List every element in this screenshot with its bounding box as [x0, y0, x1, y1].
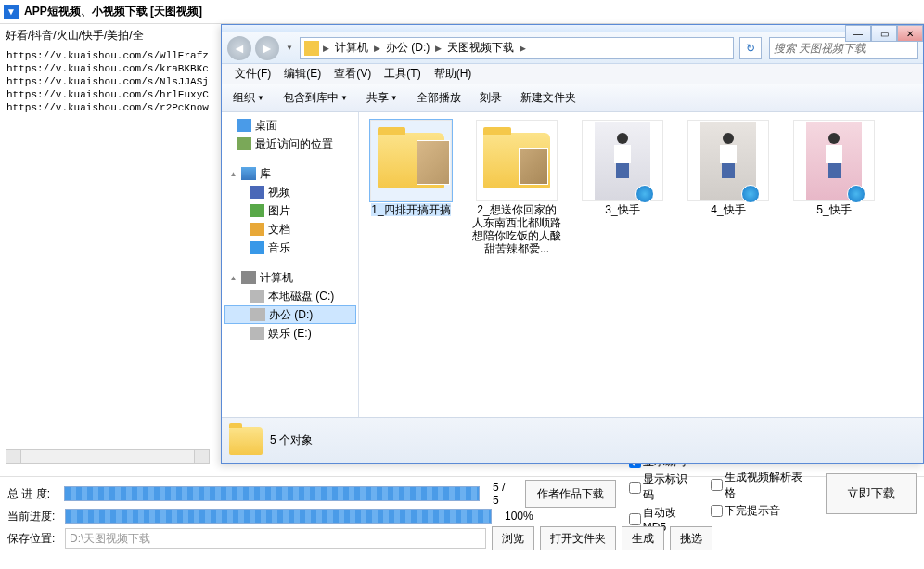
scrollbar-horizontal[interactable]: [6, 449, 210, 464]
total-progress-label: 总 进 度:: [7, 486, 58, 502]
toolbar-share[interactable]: 共享▼: [363, 88, 402, 108]
folder-icon: [229, 427, 263, 455]
tree-videos[interactable]: 视频: [222, 183, 358, 201]
current-progress-bar: [65, 509, 492, 524]
tree-libraries[interactable]: ▲库: [222, 164, 358, 183]
total-progress-bar: [64, 486, 480, 501]
chevron-right-icon[interactable]: ▶: [372, 44, 382, 53]
tree-desktop[interactable]: 桌面: [222, 116, 358, 135]
save-location-input[interactable]: [65, 528, 486, 549]
tree-drive-c[interactable]: 本地磁盘 (C:): [222, 287, 358, 305]
menu-view[interactable]: 查看(V): [328, 64, 377, 84]
folder-icon: [304, 41, 319, 56]
file-item-video-5[interactable]: 5_快手: [789, 120, 879, 216]
save-location-label: 保存位置:: [7, 531, 59, 547]
app-title: APP短视频、小视频下载 [天图视频]: [24, 4, 202, 19]
explorer-nav: ◄ ► ▼ ▶ 计算机 ▶ 办公 (D:) ▶ 天图视频下载 ▶ ↻: [222, 32, 923, 64]
maximize-button[interactable]: ▭: [871, 25, 897, 42]
open-folder-button[interactable]: 打开文件夹: [540, 526, 616, 550]
generate-button[interactable]: 生成: [622, 526, 664, 550]
tree-computer[interactable]: ▲计算机: [222, 268, 358, 287]
toolbar-playall[interactable]: 全部播放: [413, 88, 465, 108]
history-dropdown[interactable]: ▼: [283, 39, 296, 58]
toolbar-burn[interactable]: 刻录: [476, 88, 506, 108]
author-download-button[interactable]: 作者作品下载: [525, 480, 616, 508]
tree-drive-e[interactable]: 娱乐 (E:): [222, 324, 358, 343]
refresh-button[interactable]: ↻: [739, 37, 762, 59]
explorer-content[interactable]: 1_四排开搞开搞 2_想送你回家的人东南西北都顺路想陪你吃饭的人酸甜苦辣都爱..…: [359, 112, 923, 463]
explorer-toolbar: 组织▼ 包含到库中▼ 共享▼ 全部播放 刻录 新建文件夹: [222, 84, 923, 112]
url-textarea[interactable]: https://v.kuaishou.com/s/WllErafz https:…: [6, 48, 210, 447]
current-progress-text: 100%: [505, 510, 533, 523]
forward-button[interactable]: ►: [255, 36, 279, 60]
app-titlebar: ▼ APP短视频、小视频下载 [天图视频]: [0, 0, 924, 24]
breadcrumb[interactable]: ▶ 计算机 ▶ 办公 (D:) ▶ 天图视频下载 ▶: [300, 37, 734, 59]
menu-tools[interactable]: 工具(T): [379, 64, 426, 84]
scroll-right-btn[interactable]: [194, 450, 209, 463]
toolbar-organize[interactable]: 组织▼: [229, 88, 268, 108]
explorer-tree[interactable]: 桌面 最近访问的位置 ▲库 视频 图片 文档 音乐 ▲计算机 本地磁盘 (C:)…: [222, 112, 359, 463]
file-item-video-4[interactable]: 4_快手: [684, 120, 773, 216]
toolbar-include[interactable]: 包含到库中▼: [279, 88, 352, 108]
tree-drive-d[interactable]: 办公 (D:): [224, 305, 356, 324]
menu-edit[interactable]: 编辑(E): [278, 64, 327, 84]
menu-file[interactable]: 文件(F): [229, 64, 276, 84]
file-item-folder-2[interactable]: 2_想送你回家的人东南西北都顺路想陪你吃饭的人酸甜苦辣都爱...: [472, 120, 561, 255]
app-icon: ▼: [4, 5, 19, 19]
chevron-right-icon[interactable]: ▶: [321, 44, 331, 53]
explorer-statusbar: 5 个对象: [222, 417, 923, 463]
current-progress-label: 当前进度:: [7, 509, 59, 524]
breadcrumb-computer[interactable]: 计算机: [331, 38, 372, 58]
minimize-button[interactable]: —: [845, 25, 871, 42]
tree-music[interactable]: 音乐: [222, 239, 358, 257]
checkbox-show-mark[interactable]: 显示标识码: [629, 472, 698, 503]
back-button[interactable]: ◄: [227, 36, 251, 60]
browse-button[interactable]: 浏览: [492, 526, 534, 550]
chevron-right-icon[interactable]: ▶: [433, 44, 443, 53]
tab-list[interactable]: 好看/抖音/火山/快手/美拍/全: [6, 28, 144, 44]
tree-pictures[interactable]: 图片: [222, 201, 358, 220]
chevron-right-icon[interactable]: ▶: [518, 44, 528, 53]
total-progress-text: 5 / 5: [493, 481, 514, 507]
bottom-panel: 总 进 度: 5 / 5 作者作品下载 显示编号 显示标识码 自动改MD5 生成…: [0, 476, 924, 569]
file-item-video-3[interactable]: 3_快手: [578, 120, 667, 216]
tree-recent[interactable]: 最近访问的位置: [222, 135, 358, 153]
scroll-left-btn[interactable]: [6, 450, 21, 463]
toolbar-newfolder[interactable]: 新建文件夹: [517, 88, 580, 108]
close-button[interactable]: ✕: [897, 25, 923, 42]
explorer-menubar: 文件(F) 编辑(E) 查看(V) 工具(T) 帮助(H): [222, 64, 923, 84]
menu-help[interactable]: 帮助(H): [429, 64, 478, 84]
download-now-button[interactable]: 立即下载: [826, 473, 917, 514]
pick-button[interactable]: 挑选: [670, 526, 712, 550]
video-badge-icon: [635, 185, 654, 203]
tree-documents[interactable]: 文档: [222, 220, 358, 239]
video-badge-icon: [847, 185, 866, 203]
checkbox-done-sound[interactable]: 下完提示音: [711, 503, 811, 519]
explorer-titlebar[interactable]: [222, 25, 923, 32]
status-text: 5 个对象: [270, 433, 313, 448]
video-badge-icon: [741, 185, 760, 203]
checkbox-gen-table[interactable]: 生成视频解析表格: [711, 470, 811, 501]
file-item-folder-1[interactable]: 1_四排开搞开搞: [366, 120, 456, 216]
explorer-window: — ▭ ✕ ◄ ► ▼ ▶ 计算机 ▶ 办公 (D:) ▶ 天图视频下载 ▶ ↻…: [221, 24, 924, 464]
breadcrumb-drive[interactable]: 办公 (D:): [382, 38, 433, 58]
breadcrumb-folder[interactable]: 天图视频下载: [443, 38, 518, 58]
